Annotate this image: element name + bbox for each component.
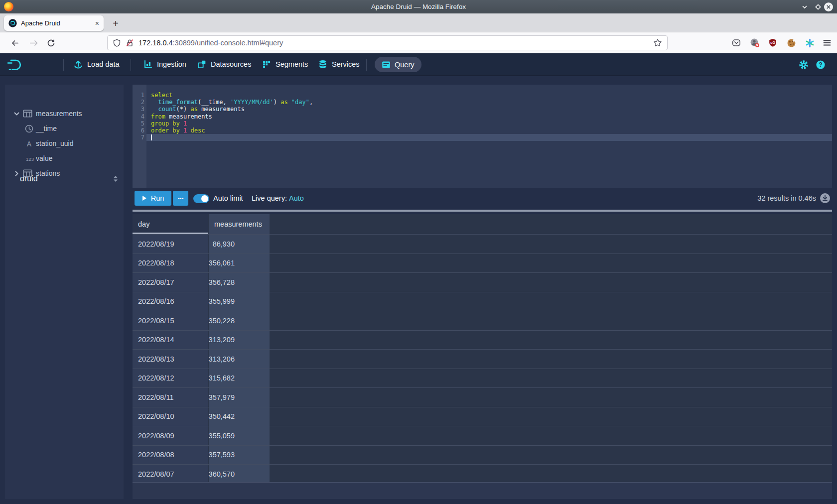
cell-measurements[interactable]: 357,593 xyxy=(209,446,270,465)
table-icon xyxy=(23,169,32,177)
cell-day[interactable]: 2022/08/17 xyxy=(133,273,208,292)
sql-editor[interactable]: 1234567 select time_format(__time, 'YYYY… xyxy=(133,85,832,188)
bookmark-star-icon[interactable] xyxy=(653,38,662,47)
table-row[interactable]: 2022/08/16355,999 xyxy=(133,292,832,311)
table-row[interactable]: 2022/08/09355,059 xyxy=(133,426,832,445)
url-text: 172.18.0.4:30899/unified-console.html#qu… xyxy=(139,39,649,47)
cell-measurements[interactable]: 315,682 xyxy=(209,369,270,388)
cell-day[interactable]: 2022/08/11 xyxy=(133,388,208,407)
cookie-icon[interactable] xyxy=(784,36,798,50)
cell-day[interactable]: 2022/08/19 xyxy=(133,235,208,253)
cell-day[interactable]: 2022/08/09 xyxy=(133,426,208,445)
new-tab-button[interactable]: + xyxy=(109,16,123,30)
run-button[interactable]: Run xyxy=(135,191,171,206)
shield-icon[interactable] xyxy=(113,39,121,47)
table-row[interactable]: 2022/08/14313,209 xyxy=(133,330,832,350)
table-row[interactable]: 2022/08/10350,442 xyxy=(133,407,832,426)
auto-limit-toggle[interactable] xyxy=(193,194,209,203)
column-header-day[interactable]: day xyxy=(133,214,208,234)
forward-button[interactable] xyxy=(27,36,41,50)
chevron-down-icon[interactable] xyxy=(13,111,20,117)
schema-item-station_uuid[interactable]: Astation_uuid xyxy=(5,136,124,151)
table-row[interactable]: 2022/08/17356,728 xyxy=(133,272,832,292)
cell-day[interactable]: 2022/08/12 xyxy=(133,369,208,388)
back-button[interactable] xyxy=(8,36,22,50)
account-error-icon[interactable] xyxy=(748,36,762,50)
cell-measurements[interactable]: 350,228 xyxy=(209,311,270,330)
nav-item-datasources[interactable]: Datasources xyxy=(197,53,251,75)
schema-sidebar: druid measurements__timeAstation_uuid123… xyxy=(5,85,124,499)
cell-measurements[interactable]: 86,930 xyxy=(209,235,270,253)
ublock-icon[interactable]: uO xyxy=(766,36,780,50)
table-row[interactable]: 2022/08/1986,930 xyxy=(133,234,832,253)
sql-token: ( xyxy=(176,106,180,113)
sql-token xyxy=(151,99,158,106)
auto-limit-label: Auto limit xyxy=(213,194,243,202)
window-title: Apache Druid — Mozilla Firefox xyxy=(0,0,837,13)
table-row[interactable]: 2022/08/12315,682 xyxy=(133,369,832,388)
nav-item-segments[interactable]: Segments xyxy=(262,53,308,75)
sql-token: group by xyxy=(151,120,180,127)
schema-item-__time[interactable]: __time xyxy=(5,122,124,136)
nav-item-services[interactable]: Services xyxy=(318,53,360,75)
live-query-value[interactable]: Auto xyxy=(289,194,304,202)
cell-measurements[interactable]: 356,061 xyxy=(209,254,270,273)
minimize-button[interactable] xyxy=(800,2,810,12)
table-row[interactable]: 2022/08/13313,206 xyxy=(133,349,832,369)
live-query-label[interactable]: Live query: xyxy=(252,194,287,202)
table-row[interactable]: 2022/08/18356,061 xyxy=(133,253,832,273)
cell-measurements[interactable]: 350,442 xyxy=(209,407,270,426)
table-row[interactable]: 2022/08/11357,979 xyxy=(133,387,832,407)
download-icon[interactable] xyxy=(820,193,831,204)
schema-item-value[interactable]: 123value xyxy=(5,151,124,166)
settings-gear-icon[interactable] xyxy=(797,58,811,72)
column-header-measurements[interactable]: measurements xyxy=(209,214,270,234)
browser-tab[interactable]: Apache Druid × xyxy=(4,15,104,31)
pocket-icon[interactable] xyxy=(729,36,743,50)
load-data-icon xyxy=(74,60,83,69)
window-titlebar[interactable]: Apache Druid — Mozilla Firefox xyxy=(0,0,837,13)
cell-measurements[interactable]: 357,979 xyxy=(209,388,270,407)
reload-button[interactable] xyxy=(44,36,58,50)
sql-token: select xyxy=(151,92,172,99)
tab-close-icon[interactable]: × xyxy=(95,19,99,27)
cell-measurements[interactable]: 355,059 xyxy=(209,426,270,445)
cell-measurements[interactable]: 355,999 xyxy=(209,292,270,311)
cell-day[interactable]: 2022/08/08 xyxy=(133,446,208,465)
nav-item-ingestion[interactable]: Ingestion xyxy=(143,53,186,75)
cell-day[interactable]: 2022/08/13 xyxy=(133,350,208,369)
cell-measurements[interactable]: 356,728 xyxy=(209,273,270,292)
sql-token: measurements xyxy=(201,106,245,113)
chevron-right-icon[interactable] xyxy=(13,170,20,177)
close-button[interactable] xyxy=(824,2,834,12)
table-row[interactable]: 2022/08/07360,570 xyxy=(133,464,832,482)
help-icon[interactable]: ? xyxy=(814,58,828,72)
svg-text:123: 123 xyxy=(26,156,34,162)
cell-day[interactable]: 2022/08/07 xyxy=(133,465,208,482)
cell-day[interactable]: 2022/08/14 xyxy=(133,331,208,350)
pane-splitter[interactable] xyxy=(133,210,832,212)
schema-item-measurements[interactable]: measurements xyxy=(5,107,124,122)
nav-item-load-data[interactable]: Load data xyxy=(74,53,120,75)
cell-day[interactable]: 2022/08/15 xyxy=(133,311,208,330)
editor-code[interactable]: select time_format(__time, 'YYYY/MM/dd')… xyxy=(151,92,313,141)
cell-measurements[interactable]: 313,206 xyxy=(209,350,270,369)
url-bar[interactable]: 172.18.0.4:30899/unified-console.html#qu… xyxy=(107,35,668,50)
table-row[interactable]: 2022/08/15350,228 xyxy=(133,311,832,330)
cell-measurements[interactable]: 360,570 xyxy=(209,465,270,482)
cell-day[interactable]: 2022/08/18 xyxy=(133,254,208,273)
svg-text:uO: uO xyxy=(770,41,775,44)
extension-asterisk-icon[interactable] xyxy=(803,36,817,50)
menu-hamburger-icon[interactable] xyxy=(820,36,834,50)
schema-item-stations[interactable]: stations xyxy=(5,166,124,181)
line-number: 3 xyxy=(133,106,144,113)
nav-item-query[interactable]: Query xyxy=(375,57,421,72)
cell-measurements[interactable]: 313,209 xyxy=(209,331,270,350)
table-row[interactable]: 2022/08/08357,593 xyxy=(133,445,832,465)
cell-day[interactable]: 2022/08/10 xyxy=(133,407,208,426)
insecure-lock-icon[interactable] xyxy=(126,39,134,47)
cell-day[interactable]: 2022/08/16 xyxy=(133,292,208,311)
maximize-button[interactable] xyxy=(813,2,823,12)
sql-token xyxy=(180,120,183,127)
more-options-button[interactable]: ••• xyxy=(173,191,188,206)
